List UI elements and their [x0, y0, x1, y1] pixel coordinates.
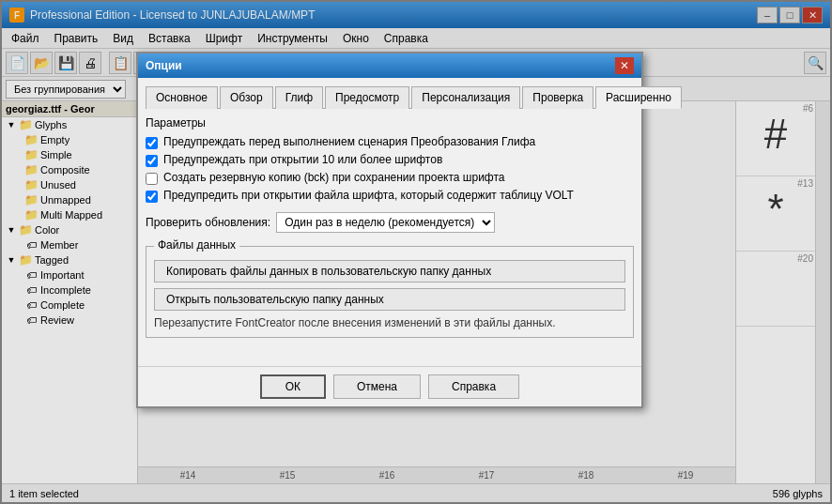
dialog-title: Опции: [146, 59, 182, 72]
checkbox-0[interactable]: [146, 137, 158, 149]
dialog-footer: ОК Отмена Справка: [138, 366, 641, 406]
tab-overview[interactable]: Обзор: [220, 86, 273, 109]
tab-basic[interactable]: Основное: [146, 86, 218, 109]
dialog-content: Основное Обзор Глиф Предосмотр Персонали…: [138, 78, 641, 366]
dialog-close-button[interactable]: ✕: [615, 57, 634, 74]
open-user-folder-button[interactable]: Открыть пользовательскую папку данных: [154, 288, 625, 311]
cancel-button[interactable]: Отмена: [333, 374, 421, 399]
checkbox-label-1: Предупреждать при открытии 10 или более …: [163, 153, 442, 166]
help-button[interactable]: Справка: [428, 374, 519, 399]
tab-personalization[interactable]: Персонализация: [411, 86, 520, 109]
options-dialog: Опции ✕ Основное Обзор Глиф Предосмотр П…: [136, 52, 643, 408]
checkbox-1[interactable]: [146, 155, 158, 167]
data-files-content: Копировать файлы данных в пользовательск…: [154, 260, 625, 329]
update-label: Проверить обновления:: [146, 216, 270, 229]
dialog-overlay: Опции ✕ Основное Обзор Глиф Предосмотр П…: [0, 0, 832, 504]
checkbox-row-2: Создать резервную копию (bck) при сохран…: [146, 171, 634, 185]
checkbox-label-0: Предупреждать перед выполнением сценария…: [163, 135, 535, 148]
tab-strip: Основное Обзор Глиф Предосмотр Персонали…: [146, 85, 634, 109]
params-section-label: Параметры: [146, 116, 634, 130]
checkbox-2[interactable]: [146, 173, 158, 185]
update-check-row: Проверить обновления: Один раз в неделю …: [146, 212, 634, 233]
dialog-title-bar: Опции ✕: [138, 53, 641, 78]
copy-data-files-button[interactable]: Копировать файлы данных в пользовательск…: [154, 260, 625, 283]
checkbox-label-3: Предупредить при открытии файла шрифта, …: [163, 189, 574, 202]
restart-note: Перезапустите FontCreator после внесения…: [154, 316, 556, 329]
data-files-title: Файлы данных: [154, 238, 239, 252]
checkbox-row-0: Предупреждать перед выполнением сценария…: [146, 135, 634, 149]
ok-button[interactable]: ОК: [260, 374, 326, 399]
checkbox-row-1: Предупреждать при открытии 10 или более …: [146, 153, 634, 167]
data-files-group: Файлы данных Копировать файлы данных в п…: [146, 246, 634, 338]
checkbox-row-3: Предупредить при открытии файла шрифта, …: [146, 189, 634, 203]
tab-advanced[interactable]: Расширенно: [595, 86, 682, 109]
checkbox-3[interactable]: [146, 191, 158, 203]
tab-glyph[interactable]: Глиф: [275, 86, 323, 109]
checkbox-label-2: Создать резервную копию (bck) при сохран…: [163, 171, 505, 184]
tab-preview[interactable]: Предосмотр: [325, 86, 409, 109]
tab-check[interactable]: Проверка: [522, 86, 593, 109]
update-frequency-select[interactable]: Один раз в неделю (рекомендуется) Ежедне…: [276, 212, 495, 233]
